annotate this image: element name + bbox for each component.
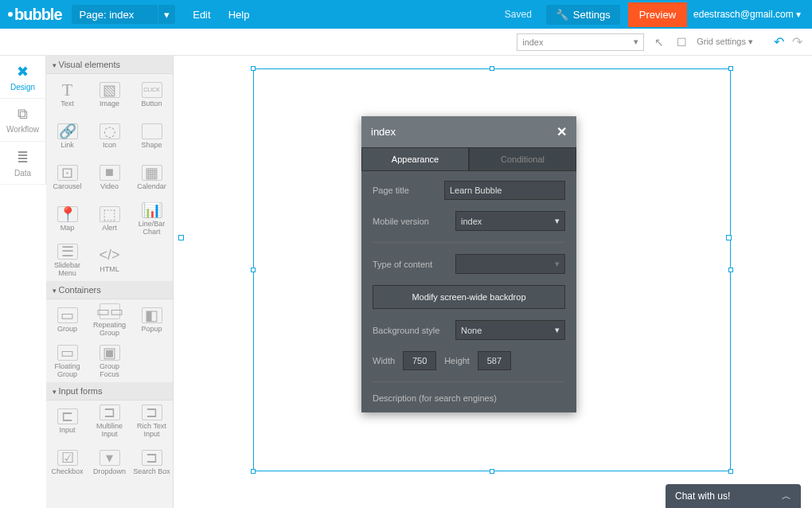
palette-checkbox[interactable]: ☑Checkbox	[46, 442, 88, 483]
user-menu[interactable]: edestrasch@gmail.com ▾	[693, 9, 801, 20]
hide-element-icon[interactable]: ☐	[674, 36, 689, 49]
shape-icon	[142, 123, 162, 139]
calendar-icon: ▦	[142, 165, 162, 181]
bubble-logo[interactable]: bubble	[8, 6, 62, 24]
palette-multiline[interactable]: ⊐Multiline Input	[88, 401, 131, 442]
html-icon: </>	[100, 248, 120, 264]
property-editor[interactable]: index ✕ Appearance Conditional Page titl…	[361, 116, 576, 412]
resize-handle-ml[interactable]	[251, 268, 256, 272]
palette-carousel[interactable]: ⊡Carousel	[46, 157, 88, 198]
palette-floating-group[interactable]: ▭Floating Group	[46, 341, 88, 382]
modify-backdrop-button[interactable]: Modify screen-wide backdrop	[373, 285, 565, 309]
video-icon: ■	[100, 165, 120, 181]
settings-button[interactable]: 🔧 Settings	[546, 5, 620, 25]
text-icon: T	[57, 82, 78, 98]
page-selector-dropdown[interactable]: ▾	[158, 5, 175, 24]
palette-richtext[interactable]: ⊐Rich Text Input	[131, 401, 173, 442]
grid-settings-dropdown[interactable]: Grid settings ▾	[697, 37, 753, 47]
palette-icon[interactable]: ◌Icon	[88, 115, 131, 157]
tab-design[interactable]: ✖ Design	[0, 56, 45, 99]
background-style-label: Background style	[373, 326, 449, 335]
description-label: Description (for search engines)	[373, 393, 565, 403]
resize-handle-tl[interactable]	[251, 66, 256, 71]
undo-button[interactable]: ↶	[774, 34, 784, 49]
chevron-down-icon: ▾	[634, 37, 638, 47]
tab-conditional[interactable]: Conditional	[469, 147, 576, 171]
palette-button[interactable]: CLICKButton	[131, 74, 173, 115]
type-of-content-select[interactable]: ▾	[455, 254, 565, 274]
palette-link[interactable]: 🔗Link	[46, 115, 88, 157]
richtext-icon: ⊐	[142, 404, 162, 420]
palette-searchbox[interactable]: ⊐Search Box	[131, 442, 173, 483]
saved-indicator: Saved	[505, 9, 532, 20]
design-icon: ✖	[17, 63, 29, 80]
page-title-input[interactable]	[444, 181, 565, 200]
multiline-icon: ⊐	[100, 404, 120, 420]
tab-workflow[interactable]: ⧉ Workflow	[0, 99, 45, 142]
popup-icon: ◧	[142, 307, 162, 323]
palette-group[interactable]: ▭Group	[46, 299, 88, 341]
dropdown-icon: ▾	[100, 450, 120, 466]
palette-repeating-group[interactable]: ▭▭Repeating Group	[88, 299, 131, 341]
width-input[interactable]	[403, 351, 436, 370]
group-focus-icon: ▣	[100, 345, 120, 361]
image-icon: ▧	[100, 82, 120, 98]
preview-button[interactable]: Preview	[628, 2, 687, 27]
palette-popup[interactable]: ◧Popup	[131, 299, 173, 341]
property-editor-title: index	[371, 126, 396, 138]
palette-map[interactable]: 📍Map	[46, 198, 88, 240]
resize-handle-tm[interactable]	[490, 66, 494, 71]
palette-html[interactable]: </>HTML	[88, 240, 131, 281]
chevron-down-icon: ▾	[555, 259, 560, 269]
input-icon: ⊏	[57, 408, 78, 424]
mobile-version-select[interactable]: index▾	[455, 211, 565, 231]
chevron-down-icon: ▾	[555, 325, 560, 335]
palette-section-input[interactable]: Input forms	[46, 382, 173, 401]
page-title-label: Page title	[373, 186, 438, 195]
resize-handle-mr[interactable]	[728, 268, 733, 272]
help-menu[interactable]: Help	[228, 9, 250, 21]
tab-data[interactable]: ≣ Data	[0, 142, 45, 185]
page-selector-main[interactable]: Page: index	[72, 5, 158, 24]
palette-alert[interactable]: ⬚Alert	[88, 198, 131, 240]
repeating-group-icon: ▭▭	[100, 303, 120, 319]
slidebar-icon: ☰	[57, 244, 78, 260]
chevron-down-icon: ▾	[555, 216, 560, 226]
palette-group-focus[interactable]: ▣Group Focus	[88, 341, 131, 382]
chevron-up-icon: ︿	[782, 490, 791, 503]
page-width-handle-left[interactable]	[178, 235, 184, 240]
resize-handle-br[interactable]	[728, 469, 733, 474]
page-selector[interactable]: Page: index ▾	[72, 5, 176, 24]
palette-input[interactable]: ⊏Input	[46, 401, 88, 442]
searchbox-icon: ⊐	[142, 450, 162, 466]
height-input[interactable]	[478, 351, 511, 370]
background-style-select[interactable]: None▾	[455, 320, 565, 340]
close-icon[interactable]: ✕	[556, 124, 567, 139]
edit-menu[interactable]: Edit	[193, 9, 210, 21]
element-tree-dropdown[interactable]: index▾	[517, 33, 644, 51]
button-icon: CLICK	[142, 82, 162, 98]
resize-handle-bl[interactable]	[251, 469, 256, 474]
group-icon: ▭	[57, 307, 78, 323]
palette-image[interactable]: ▧Image	[88, 74, 131, 115]
palette-text[interactable]: TText	[46, 74, 88, 115]
palette-calendar[interactable]: ▦Calendar	[131, 157, 173, 198]
floating-group-icon: ▭	[57, 345, 78, 361]
palette-dropdown[interactable]: ▾Dropdown	[88, 442, 131, 483]
palette-shape[interactable]: Shape	[131, 115, 173, 157]
height-label: Height	[444, 356, 470, 365]
palette-chart[interactable]: 📊Line/Bar Chart	[131, 198, 173, 240]
tab-appearance[interactable]: Appearance	[361, 147, 469, 171]
data-icon: ≣	[17, 149, 29, 166]
palette-slidebar[interactable]: ☰Slidebar Menu	[46, 240, 88, 281]
resize-handle-tr[interactable]	[728, 66, 733, 71]
chat-widget[interactable]: Chat with us! ︿	[666, 484, 801, 508]
redo-button[interactable]: ↷	[792, 34, 802, 49]
parents-arrow-icon[interactable]: ↖	[652, 36, 666, 49]
workflow-icon: ⧉	[18, 106, 28, 123]
page-width-handle-right[interactable]	[726, 235, 732, 240]
palette-section-visual[interactable]: Visual elements	[46, 56, 173, 74]
palette-section-containers[interactable]: Containers	[46, 281, 173, 299]
palette-video[interactable]: ■Video	[88, 157, 131, 198]
resize-handle-bm[interactable]	[490, 469, 494, 474]
